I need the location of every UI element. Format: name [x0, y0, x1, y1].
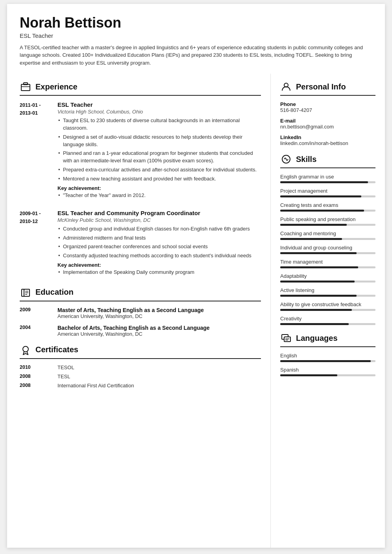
lang-bar-bg — [280, 360, 375, 362]
svg-point-8 — [23, 346, 28, 352]
svg-rect-12 — [284, 337, 290, 342]
edu-degree-2: Bachelor of Arts, Teaching English as a … — [57, 325, 210, 331]
languages-icon — [280, 332, 292, 344]
personal-info-header: Personal Info — [280, 81, 375, 96]
right-column: Personal Info Phone 516-807-4207 E-mail … — [271, 74, 385, 548]
skill-label: Project management — [280, 188, 375, 194]
language-item-1: Spanish — [280, 367, 375, 376]
cert-year-2: 2008 — [20, 374, 51, 379]
certificates-title: Certificates — [35, 345, 78, 354]
languages-list: English Spanish — [280, 353, 375, 376]
skill-bar-bg — [280, 323, 375, 325]
skills-section: Skills English grammar in use Project ma… — [280, 153, 375, 325]
cert-entry-2: 2008 TESL — [20, 374, 261, 379]
skill-label: Coaching and mentoring — [280, 231, 375, 236]
skill-item-7: Adaptability — [280, 273, 375, 283]
skill-label: Adaptability — [280, 273, 375, 279]
cert-name-1: TESOL — [57, 364, 74, 370]
experience-entry-1: 2011-01 - 2013-01 ESL Teacher Victoria H… — [20, 101, 261, 201]
skill-bar-bg — [280, 181, 375, 183]
bullet: Administered midterm and final tests — [57, 234, 251, 242]
skill-bar-fill — [280, 195, 361, 197]
skill-bar-bg — [280, 224, 375, 226]
summary: A TESOL-certified teacher with a master'… — [20, 44, 372, 67]
skill-bar-bg — [280, 295, 375, 297]
bullet: Designed a set of audio-visual didactic … — [57, 134, 261, 149]
language-item-0: English — [280, 353, 375, 362]
skill-bar-fill — [280, 181, 368, 183]
resume-body: Experience 2011-01 - 2013-01 ESL Teacher… — [7, 74, 385, 548]
skills-list: English grammar in use Project managemen… — [280, 174, 375, 325]
skills-section-header: Skills — [280, 153, 375, 168]
education-icon — [20, 286, 31, 298]
personal-info-icon — [280, 81, 292, 93]
cert-entry-1: 2010 TESOL — [20, 364, 261, 370]
cert-year-1: 2010 — [20, 364, 51, 370]
entry-content-1: ESL Teacher Victoria High School, Columb… — [57, 101, 261, 201]
certificates-section-header: Certificates — [20, 344, 261, 359]
education-section: Education 2009 Master of Arts, Teaching … — [20, 286, 261, 337]
entry-bullets-1: Taught ESL to 230 students of diverse cu… — [57, 117, 261, 183]
skill-item-3: Public speaking and presentation — [280, 216, 375, 226]
skills-title: Skills — [296, 155, 316, 164]
personal-info-email: E-mail nn.bettison@gmail.com — [280, 118, 375, 130]
education-entry-1: 2009 Master of Arts, Teaching English as… — [20, 307, 261, 319]
languages-section: Languages English Spanish — [280, 332, 375, 376]
experience-entry-2: 2009-01 - 2010-12 ESL Teacher and Commun… — [20, 210, 261, 278]
personal-info-phone: Phone 516-807-4207 — [280, 101, 375, 113]
skill-bar-fill — [280, 252, 357, 254]
job-title: ESL Teacher — [20, 32, 372, 39]
languages-section-header: Languages — [280, 332, 375, 347]
personal-info-title: Personal Info — [296, 82, 346, 91]
bullet: Mentored a new teaching assistant and pr… — [57, 175, 261, 183]
skill-item-9: Ability to give constructive feedback — [280, 301, 375, 311]
skill-bar-bg — [280, 210, 375, 212]
experience-title: Experience — [35, 82, 78, 91]
skills-icon — [280, 153, 292, 165]
edu-content-1: Master of Arts, Teaching English as a Se… — [57, 307, 204, 319]
phone-value: 516-807-4207 — [280, 107, 375, 113]
experience-section: Experience 2011-01 - 2013-01 ESL Teacher… — [20, 81, 261, 278]
edu-year-1: 2009 — [20, 307, 51, 319]
skill-bar-fill — [280, 238, 342, 240]
languages-title: Languages — [296, 334, 338, 343]
linkedin-value: linkedin.com/in/norah-bettison — [280, 140, 375, 146]
email-value: nn.bettison@gmail.com — [280, 124, 375, 130]
skill-item-10: Creativity — [280, 316, 375, 325]
lang-label: English — [280, 353, 375, 359]
certificates-section: Certificates 2010 TESOL 2008 TESL 2008 I… — [20, 344, 261, 389]
skill-bar-bg — [280, 195, 375, 197]
key-achievement-bullet-2: Implementation of the Speaking Daily com… — [57, 269, 251, 276]
skill-item-4: Coaching and mentoring — [280, 231, 375, 240]
skill-bar-bg — [280, 252, 375, 254]
key-achievement-2: Implementation of the Speaking Daily com… — [57, 269, 251, 276]
email-label: E-mail — [280, 118, 375, 124]
skill-label: Active listening — [280, 287, 375, 293]
resume-container: Norah Bettison ESL Teacher A TESOL-certi… — [7, 4, 385, 548]
candidate-name: Norah Bettison — [20, 15, 372, 31]
skill-bar-fill — [280, 309, 352, 311]
edu-school-1: American University, Washington, DC — [57, 313, 204, 319]
skill-item-6: Time management — [280, 259, 375, 268]
bullet: Prepared extra-curricular activities and… — [57, 166, 261, 174]
skill-bar-fill — [280, 224, 347, 226]
skill-label: Creating tests and exams — [280, 202, 375, 208]
bullet: Constantly adjusted teaching methods acc… — [57, 252, 251, 260]
skill-label: Time management — [280, 259, 375, 265]
key-achievement-1: "Teacher of the Year" award in 2012. — [57, 192, 261, 199]
skill-label: Public speaking and presentation — [280, 216, 375, 222]
svg-rect-1 — [24, 83, 28, 85]
skill-label: English grammar in use — [280, 174, 375, 180]
skill-bar-fill — [280, 323, 349, 325]
education-entry-2: 2004 Bachelor of Arts, Teaching English … — [20, 325, 261, 337]
skill-bar-fill — [280, 281, 355, 283]
skill-bar-bg — [280, 266, 375, 268]
key-achievement-label-2: Key achievement: — [57, 262, 251, 268]
skill-bar-fill — [280, 295, 357, 297]
entry-bullets-2: Conducted group and individual English c… — [57, 225, 251, 260]
cert-name-3: International First Aid Certification — [57, 383, 134, 389]
lang-bar-fill — [280, 374, 337, 376]
svg-rect-0 — [21, 84, 30, 91]
bullet: Conducted group and individual English c… — [57, 225, 251, 233]
experience-section-header: Experience — [20, 81, 261, 96]
